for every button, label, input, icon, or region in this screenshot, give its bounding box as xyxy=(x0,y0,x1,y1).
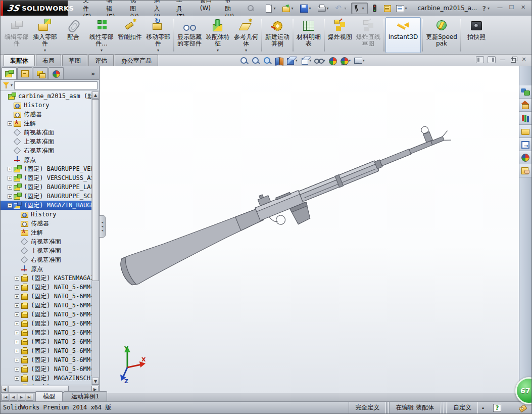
maximize-button[interactable]: ☐ xyxy=(507,5,516,12)
tree-item[interactable]: 上视基准面 xyxy=(1,137,91,146)
featuremanager-tree-tab[interactable] xyxy=(2,67,17,79)
propertymanager-tab[interactable] xyxy=(17,67,32,79)
tab-sketch[interactable]: 草图 xyxy=(62,55,87,66)
assembly-features-button[interactable]: 装配体特征 xyxy=(204,17,232,53)
instant3d-button[interactable]: Instant3D xyxy=(385,17,421,53)
file-explorer-icon[interactable] xyxy=(519,125,531,138)
linear-component-pattern-button[interactable]: 线性零部件... xyxy=(87,17,116,53)
toolbar-separator[interactable] xyxy=(460,19,461,52)
zoom-to-area-icon[interactable] xyxy=(251,56,261,66)
tree-item[interactable]: (固定) NATO_5-6MM<10 xyxy=(1,364,91,374)
new-motion-study-button[interactable]: 新建运动算例 xyxy=(263,17,292,53)
custom-properties-icon[interactable] xyxy=(519,164,531,177)
view-orientation-icon[interactable] xyxy=(285,56,298,66)
tree-item[interactable]: (固定) NATO_5-6MM<6> xyxy=(1,328,91,337)
tree-item[interactable]: (固定) NATO_5-6MM<7> xyxy=(1,337,91,346)
view-settings-icon[interactable] xyxy=(339,56,352,66)
next-study-button[interactable]: ▶ xyxy=(18,394,25,401)
first-study-button[interactable]: |◀ xyxy=(2,394,9,401)
expand-toggle[interactable] xyxy=(15,312,19,317)
file-properties-icon[interactable] xyxy=(381,3,393,14)
tree-filter-input[interactable] xyxy=(14,81,98,89)
model-rifle[interactable] xyxy=(100,66,519,393)
edit-component-button[interactable]: 编辑零部件 xyxy=(3,17,31,53)
tree-item[interactable]: (固定) BAUGRUPPE_SCHAFT xyxy=(1,192,91,201)
tree-item[interactable]: 前视基准面 xyxy=(1,237,91,246)
toolbar-separator[interactable] xyxy=(422,19,423,52)
dropdown-caret-icon[interactable] xyxy=(101,49,103,53)
filter-caret-icon[interactable] xyxy=(11,83,13,87)
expand-toggle[interactable] xyxy=(8,176,12,180)
apply-scene-icon[interactable] xyxy=(327,56,337,66)
expand-toggle[interactable] xyxy=(15,294,19,299)
bill-of-materials-button[interactable]: 材料明细表 xyxy=(295,17,323,53)
zoom-to-fit-icon[interactable] xyxy=(239,56,249,66)
tree-item[interactable]: (固定) NATO_5-6MM<2> xyxy=(1,292,91,301)
tree-item[interactable]: (固定) NATO_5-6MM<1> xyxy=(1,283,91,292)
print-icon[interactable] xyxy=(316,3,332,14)
previous-study-button[interactable]: ◀ xyxy=(10,394,17,401)
tree-item[interactable]: 注解 xyxy=(1,119,91,128)
expand-toggle[interactable] xyxy=(8,194,12,199)
open-icon[interactable] xyxy=(280,3,297,14)
tree-item[interactable]: (固定) VERSCHLUSS_ASM<1 xyxy=(1,173,91,182)
options-icon[interactable] xyxy=(394,3,411,14)
toolbar-separator[interactable] xyxy=(293,19,294,52)
filter-funnel-icon[interactable] xyxy=(2,81,10,89)
view-palette-icon[interactable] xyxy=(519,138,531,151)
expand-toggle[interactable] xyxy=(15,349,19,353)
move-component-button[interactable]: 移动零部件 xyxy=(144,17,172,53)
insert-component-button[interactable]: 插入零部件 xyxy=(31,17,59,53)
zoom-previous-icon[interactable] xyxy=(262,56,272,66)
status-expand-caret-icon[interactable] xyxy=(478,405,488,410)
tab-office-products[interactable]: 办公室产品 xyxy=(115,55,158,66)
panel-expand-chevrons[interactable] xyxy=(88,68,98,79)
tab-motion-study-1[interactable]: 运动算例1 xyxy=(64,391,107,401)
tree-item[interactable]: 右视基准面 xyxy=(1,255,91,264)
undo-icon[interactable] xyxy=(333,3,350,14)
tree-item[interactable]: (固定) MAGAZIN_BAUGRUPP xyxy=(1,201,91,210)
toolbar-separator[interactable] xyxy=(173,19,174,52)
scroll-down-arrow[interactable] xyxy=(92,378,99,385)
help-menu[interactable]: ? ▾ xyxy=(482,5,490,12)
quick-tips-help-icon[interactable] xyxy=(493,404,501,412)
toolbar-separator[interactable] xyxy=(383,19,384,52)
scroll-left-arrow[interactable] xyxy=(1,386,8,393)
tree-item[interactable]: (固定) NATO_5-6MM<8> xyxy=(1,346,91,355)
doc-minimize-button[interactable]: — xyxy=(499,56,506,63)
traffic-light-icon[interactable] xyxy=(369,3,380,14)
expand-toggle[interactable] xyxy=(15,358,19,362)
dropdown-caret-icon[interactable] xyxy=(349,59,351,63)
tree-item[interactable]: 注解 xyxy=(1,228,91,237)
expand-toggle[interactable] xyxy=(15,340,19,344)
tree-item[interactable]: History xyxy=(1,210,91,219)
tag-icon[interactable] xyxy=(518,404,526,412)
minimize-button[interactable]: — xyxy=(496,5,504,12)
dropdown-caret-icon[interactable] xyxy=(405,6,409,11)
dropdown-caret-icon[interactable] xyxy=(362,6,366,11)
save-icon[interactable] xyxy=(298,3,315,14)
toolbar-separator[interactable] xyxy=(324,19,325,52)
tree-item[interactable]: (固定) NATO_5-6MM<9> xyxy=(1,355,91,364)
tree-root-item[interactable]: carbine_m2015_asm (默认<默 xyxy=(1,91,91,101)
tree-item[interactable]: 上视基准面 xyxy=(1,246,91,255)
expand-toggle[interactable] xyxy=(15,376,19,381)
tab-assembly[interactable]: 装配体 xyxy=(4,55,35,66)
menu-search-icon[interactable] xyxy=(246,4,253,12)
dropdown-caret-icon[interactable] xyxy=(310,59,312,63)
section-view-icon[interactable] xyxy=(274,56,284,66)
dropdown-caret-icon[interactable] xyxy=(157,49,159,53)
solidworks-forum-icon[interactable] xyxy=(519,85,531,99)
tree-item[interactable]: (固定) KASTENMAGAZIN xyxy=(1,273,91,283)
show-hidden-components-button[interactable]: 显示隐藏的零部件 xyxy=(175,17,204,53)
configurationmanager-tab[interactable] xyxy=(33,67,48,79)
graphics-viewport[interactable]: Y X Z xyxy=(100,66,519,393)
exploded-view-button[interactable]: 爆炸视图 xyxy=(326,17,354,53)
collapse-left-pane-button[interactable] xyxy=(476,56,484,63)
tree-item[interactable]: History xyxy=(1,101,91,110)
tree-item[interactable]: (固定) BAUGRUPPE_LAUF_A xyxy=(1,182,91,192)
tree-item[interactable]: (固定) NATO_5-6MM<3> xyxy=(1,301,91,310)
expand-toggle[interactable] xyxy=(15,303,19,308)
tree-vertical-scrollbar[interactable] xyxy=(91,91,99,385)
tree-item[interactable]: (固定) MAGAZINSCHIEB xyxy=(1,374,91,383)
